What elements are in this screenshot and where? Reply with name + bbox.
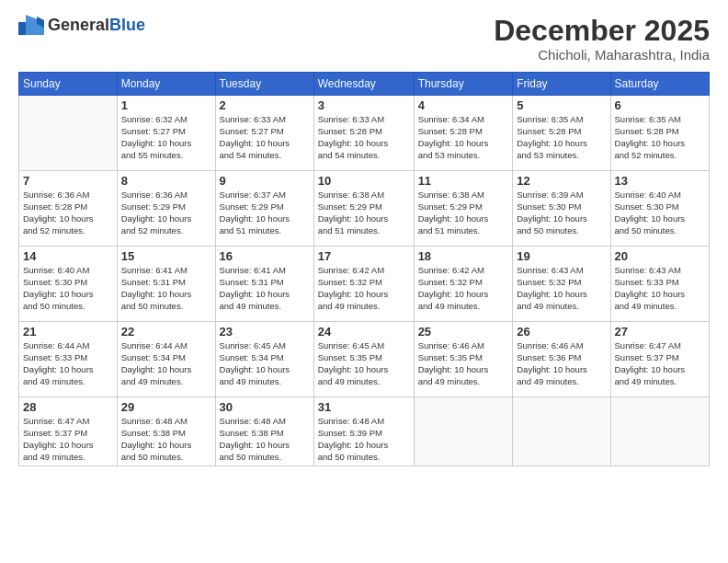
- day-number: 23: [220, 325, 310, 339]
- calendar-cell: [513, 397, 610, 466]
- calendar-cell: 10Sunrise: 6:38 AM Sunset: 5:29 PM Dayli…: [313, 171, 414, 247]
- day-number: 16: [220, 249, 310, 263]
- day-number: 21: [23, 325, 113, 339]
- cell-info: Sunrise: 6:36 AM Sunset: 5:28 PM Dayligh…: [23, 190, 113, 236]
- calendar-header-row: SundayMondayTuesdayWednesdayThursdayFrid…: [19, 73, 710, 96]
- calendar-cell: 7Sunrise: 6:36 AM Sunset: 5:28 PM Daylig…: [19, 171, 118, 247]
- cell-info: Sunrise: 6:35 AM Sunset: 5:28 PM Dayligh…: [615, 114, 705, 161]
- calendar-cell: 12Sunrise: 6:39 AM Sunset: 5:30 PM Dayli…: [513, 171, 610, 247]
- day-number: 1: [121, 98, 211, 112]
- header: GeneralBlue December 2025 Chicholi, Maha…: [18, 15, 710, 63]
- day-number: 29: [121, 400, 211, 414]
- day-number: 6: [615, 98, 705, 112]
- cell-info: Sunrise: 6:38 AM Sunset: 5:29 PM Dayligh…: [318, 190, 410, 236]
- cell-info: Sunrise: 6:33 AM Sunset: 5:28 PM Dayligh…: [318, 114, 410, 161]
- day-number: 11: [418, 174, 509, 188]
- calendar-cell: 23Sunrise: 6:45 AM Sunset: 5:34 PM Dayli…: [215, 322, 313, 397]
- cell-info: Sunrise: 6:47 AM Sunset: 5:37 PM Dayligh…: [615, 340, 705, 387]
- day-number: 17: [318, 249, 410, 263]
- calendar-cell: 18Sunrise: 6:42 AM Sunset: 5:32 PM Dayli…: [414, 247, 513, 322]
- cell-info: Sunrise: 6:47 AM Sunset: 5:37 PM Dayligh…: [23, 416, 113, 463]
- calendar-cell: 4Sunrise: 6:34 AM Sunset: 5:28 PM Daylig…: [414, 96, 513, 171]
- day-number: 24: [318, 325, 410, 339]
- cell-info: Sunrise: 6:42 AM Sunset: 5:32 PM Dayligh…: [418, 265, 509, 312]
- calendar-cell: 15Sunrise: 6:41 AM Sunset: 5:31 PM Dayli…: [117, 247, 215, 322]
- month-title: December 2025: [494, 15, 710, 47]
- cell-info: Sunrise: 6:37 AM Sunset: 5:29 PM Dayligh…: [220, 190, 310, 236]
- cell-info: Sunrise: 6:48 AM Sunset: 5:39 PM Dayligh…: [318, 416, 410, 463]
- calendar-week-row: 21Sunrise: 6:44 AM Sunset: 5:33 PM Dayli…: [19, 322, 710, 397]
- day-number: 28: [23, 400, 113, 414]
- day-number: 14: [23, 249, 113, 263]
- calendar-week-row: 14Sunrise: 6:40 AM Sunset: 5:30 PM Dayli…: [19, 247, 710, 322]
- day-number: 7: [23, 174, 113, 188]
- calendar-week-row: 28Sunrise: 6:47 AM Sunset: 5:37 PM Dayli…: [19, 397, 710, 466]
- day-number: 4: [418, 98, 509, 112]
- logo-general: General: [48, 16, 109, 34]
- day-number: 5: [517, 98, 606, 112]
- calendar-cell: 1Sunrise: 6:32 AM Sunset: 5:27 PM Daylig…: [117, 96, 215, 171]
- cell-info: Sunrise: 6:39 AM Sunset: 5:30 PM Dayligh…: [517, 190, 606, 236]
- cell-info: Sunrise: 6:35 AM Sunset: 5:28 PM Dayligh…: [517, 114, 606, 161]
- day-number: 30: [220, 400, 310, 414]
- weekday-header: Saturday: [610, 73, 709, 96]
- calendar-cell: 24Sunrise: 6:45 AM Sunset: 5:35 PM Dayli…: [313, 322, 414, 397]
- calendar-cell: 17Sunrise: 6:42 AM Sunset: 5:32 PM Dayli…: [313, 247, 414, 322]
- calendar-cell: 2Sunrise: 6:33 AM Sunset: 5:27 PM Daylig…: [215, 96, 313, 171]
- calendar-table: SundayMondayTuesdayWednesdayThursdayFrid…: [18, 72, 710, 466]
- page-container: GeneralBlue December 2025 Chicholi, Maha…: [0, 0, 728, 476]
- day-number: 2: [220, 98, 310, 112]
- cell-info: Sunrise: 6:48 AM Sunset: 5:38 PM Dayligh…: [121, 416, 211, 463]
- day-number: 26: [517, 325, 606, 339]
- calendar-cell: [414, 397, 513, 466]
- day-number: 3: [318, 98, 410, 112]
- cell-info: Sunrise: 6:42 AM Sunset: 5:32 PM Dayligh…: [318, 265, 410, 312]
- weekday-header: Wednesday: [313, 73, 414, 96]
- calendar-cell: 28Sunrise: 6:47 AM Sunset: 5:37 PM Dayli…: [19, 397, 118, 466]
- weekday-header: Monday: [117, 73, 215, 96]
- day-number: 25: [418, 325, 509, 339]
- weekday-header: Thursday: [414, 73, 513, 96]
- cell-info: Sunrise: 6:48 AM Sunset: 5:38 PM Dayligh…: [220, 416, 310, 463]
- day-number: 10: [318, 174, 410, 188]
- cell-info: Sunrise: 6:45 AM Sunset: 5:34 PM Dayligh…: [220, 340, 310, 387]
- calendar-cell: [19, 96, 118, 171]
- calendar-cell: 30Sunrise: 6:48 AM Sunset: 5:38 PM Dayli…: [215, 397, 313, 466]
- cell-info: Sunrise: 6:33 AM Sunset: 5:27 PM Dayligh…: [220, 114, 310, 161]
- calendar-cell: 5Sunrise: 6:35 AM Sunset: 5:28 PM Daylig…: [513, 96, 610, 171]
- calendar-week-row: 7Sunrise: 6:36 AM Sunset: 5:28 PM Daylig…: [19, 171, 710, 247]
- cell-info: Sunrise: 6:32 AM Sunset: 5:27 PM Dayligh…: [121, 114, 211, 161]
- day-number: 31: [318, 400, 410, 414]
- day-number: 9: [220, 174, 310, 188]
- cell-info: Sunrise: 6:44 AM Sunset: 5:33 PM Dayligh…: [23, 340, 113, 387]
- calendar-week-row: 1Sunrise: 6:32 AM Sunset: 5:27 PM Daylig…: [19, 96, 710, 171]
- calendar-cell: 13Sunrise: 6:40 AM Sunset: 5:30 PM Dayli…: [610, 171, 709, 247]
- calendar-cell: 11Sunrise: 6:38 AM Sunset: 5:29 PM Dayli…: [414, 171, 513, 247]
- cell-info: Sunrise: 6:34 AM Sunset: 5:28 PM Dayligh…: [418, 114, 509, 161]
- weekday-header: Tuesday: [215, 73, 313, 96]
- location-title: Chicholi, Maharashtra, India: [494, 47, 710, 63]
- calendar-cell: 27Sunrise: 6:47 AM Sunset: 5:37 PM Dayli…: [610, 322, 709, 397]
- cell-info: Sunrise: 6:43 AM Sunset: 5:33 PM Dayligh…: [615, 265, 705, 312]
- calendar-cell: 26Sunrise: 6:46 AM Sunset: 5:36 PM Dayli…: [513, 322, 610, 397]
- calendar-cell: 3Sunrise: 6:33 AM Sunset: 5:28 PM Daylig…: [313, 96, 414, 171]
- calendar-cell: 19Sunrise: 6:43 AM Sunset: 5:32 PM Dayli…: [513, 247, 610, 322]
- calendar-cell: 31Sunrise: 6:48 AM Sunset: 5:39 PM Dayli…: [313, 397, 414, 466]
- cell-info: Sunrise: 6:44 AM Sunset: 5:34 PM Dayligh…: [121, 340, 211, 387]
- calendar-cell: 16Sunrise: 6:41 AM Sunset: 5:31 PM Dayli…: [215, 247, 313, 322]
- calendar-cell: 6Sunrise: 6:35 AM Sunset: 5:28 PM Daylig…: [610, 96, 709, 171]
- calendar-cell: 14Sunrise: 6:40 AM Sunset: 5:30 PM Dayli…: [19, 247, 118, 322]
- title-block: December 2025 Chicholi, Maharashtra, Ind…: [494, 15, 710, 63]
- logo-icon: [18, 15, 44, 35]
- calendar-cell: 8Sunrise: 6:36 AM Sunset: 5:29 PM Daylig…: [117, 171, 215, 247]
- calendar-cell: 29Sunrise: 6:48 AM Sunset: 5:38 PM Dayli…: [117, 397, 215, 466]
- calendar-cell: 25Sunrise: 6:46 AM Sunset: 5:35 PM Dayli…: [414, 322, 513, 397]
- cell-info: Sunrise: 6:40 AM Sunset: 5:30 PM Dayligh…: [615, 190, 705, 236]
- cell-info: Sunrise: 6:46 AM Sunset: 5:36 PM Dayligh…: [517, 340, 606, 387]
- day-number: 13: [615, 174, 705, 188]
- cell-info: Sunrise: 6:41 AM Sunset: 5:31 PM Dayligh…: [220, 265, 310, 312]
- cell-info: Sunrise: 6:46 AM Sunset: 5:35 PM Dayligh…: [418, 340, 509, 387]
- cell-info: Sunrise: 6:41 AM Sunset: 5:31 PM Dayligh…: [121, 265, 211, 312]
- cell-info: Sunrise: 6:38 AM Sunset: 5:29 PM Dayligh…: [418, 190, 509, 236]
- day-number: 15: [121, 249, 211, 263]
